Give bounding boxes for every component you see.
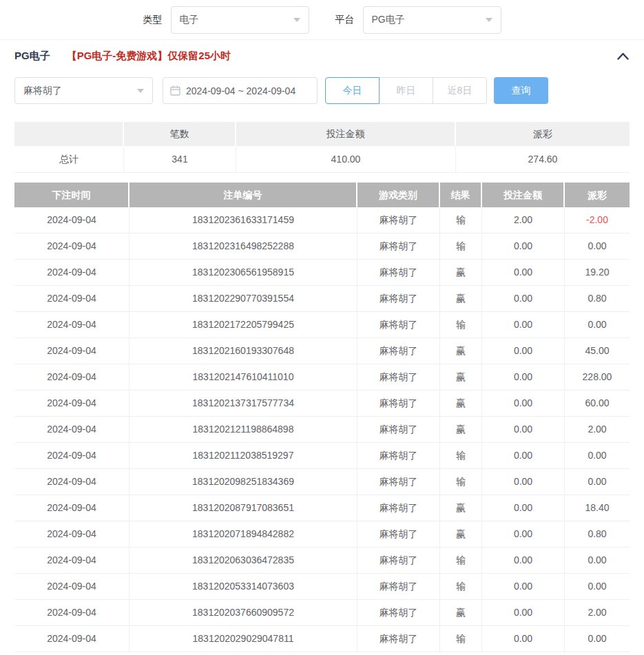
chevron-down-icon [486, 18, 492, 22]
records-header-bet-time: 下注时间 [14, 183, 129, 207]
last8days-button[interactable]: 近8日 [433, 77, 487, 104]
table-row: 2024-09-041831202290770391554麻将胡了赢0.000.… [14, 286, 630, 312]
payout: 45.00 [565, 338, 630, 364]
result: 赢 [440, 600, 482, 626]
bet-time: 2024-09-04 [14, 443, 129, 469]
summary-header-payout: 派彩 [456, 122, 630, 146]
result: 赢 [440, 364, 482, 391]
records-header-game-type: 游戏类别 [357, 183, 440, 207]
result: 输 [440, 312, 482, 338]
payout: 0.00 [565, 233, 630, 260]
game-type: 麻将胡了 [357, 364, 440, 391]
type-select[interactable]: 电子 [171, 6, 309, 34]
bet-id: 1831202087917083651 [129, 495, 357, 521]
summary-header-row: 笔数 投注金额 派彩 [14, 122, 630, 146]
game-type: 麻将胡了 [357, 443, 440, 469]
payout: 18.40 [565, 495, 630, 521]
result: 赢 [440, 338, 482, 364]
platform-select[interactable]: PG电子 [363, 6, 501, 34]
query-filter-row: 麻将胡了 2024-09-04 ~ 2024-09-04 今日 昨日 近8日 查… [14, 77, 630, 104]
table-row: 2024-09-041831202071894842882麻将胡了赢0.000.… [14, 521, 630, 548]
summary-total-bet-amount: 410.00 [236, 146, 456, 173]
payout: 0.00 [565, 574, 630, 600]
bet-id: 1831202037660909572 [129, 600, 357, 626]
bet-amount: 0.00 [482, 338, 565, 364]
query-button[interactable]: 查询 [494, 77, 548, 104]
game-type: 麻将胡了 [357, 574, 440, 600]
summary-header-bet-amount: 投注金额 [236, 122, 456, 146]
platform-select-value: PG电子 [372, 14, 405, 26]
yesterday-button[interactable]: 昨日 [379, 77, 433, 104]
panel-title: PG电子 [14, 50, 50, 63]
bet-amount: 0.00 [482, 574, 565, 600]
quick-date-button-group: 今日 昨日 近8日 [325, 77, 487, 104]
game-type: 麻将胡了 [357, 207, 440, 233]
pg-panel: PG电子 【PG电子-免费游戏】仅保留25小时 麻将胡了 2024-09-04 … [0, 43, 644, 652]
game-type: 麻将胡了 [357, 286, 440, 312]
panel-notice: 【PG电子-免费游戏】仅保留25小时 [67, 50, 231, 63]
summary-total-payout: 274.60 [456, 146, 630, 173]
payout: 60.00 [565, 391, 630, 417]
bet-time: 2024-09-04 [14, 495, 129, 521]
bet-id: 1831202306561958915 [129, 260, 357, 286]
bet-amount: 0.00 [482, 233, 565, 260]
game-select[interactable]: 麻将胡了 [14, 77, 153, 104]
result: 赢 [440, 495, 482, 521]
bet-time: 2024-09-04 [14, 469, 129, 495]
bet-time: 2024-09-04 [14, 600, 129, 626]
table-row: 2024-09-041831202098251834369麻将胡了输0.000.… [14, 469, 630, 495]
bet-amount: 0.00 [482, 548, 565, 574]
records-table-body: 2024-09-041831202361633171459麻将胡了输2.00-2… [14, 207, 630, 652]
payout: 0.00 [565, 469, 630, 495]
game-type: 麻将胡了 [357, 312, 440, 338]
game-type: 麻将胡了 [357, 548, 440, 574]
bet-time: 2024-09-04 [14, 417, 129, 443]
bet-time: 2024-09-04 [14, 521, 129, 548]
result: 赢 [440, 521, 482, 548]
table-row: 2024-09-041831202121198864898麻将胡了赢0.002.… [14, 417, 630, 443]
bet-amount: 0.00 [482, 417, 565, 443]
collapse-button[interactable] [616, 52, 630, 61]
bet-time: 2024-09-04 [14, 312, 129, 338]
summary-header-blank [14, 122, 124, 146]
game-type: 麻将胡了 [357, 338, 440, 364]
table-row: 2024-09-041831202037660909572麻将胡了赢0.002.… [14, 600, 630, 626]
payout: -2.00 [565, 207, 630, 233]
game-type: 麻将胡了 [357, 469, 440, 495]
result: 赢 [440, 417, 482, 443]
bet-time: 2024-09-04 [14, 338, 129, 364]
bet-amount: 0.00 [482, 495, 565, 521]
result: 赢 [440, 260, 482, 286]
summary-header-count: 笔数 [124, 122, 236, 146]
result: 输 [440, 233, 482, 260]
table-row: 2024-09-041831202087917083651麻将胡了赢0.0018… [14, 495, 630, 521]
payout: 0.00 [565, 312, 630, 338]
bet-amount: 0.00 [482, 260, 565, 286]
result: 输 [440, 574, 482, 600]
bet-id: 1831202361633171459 [129, 207, 357, 233]
result: 输 [440, 626, 482, 652]
payout: 0.80 [565, 286, 630, 312]
payout: 0.00 [565, 626, 630, 652]
type-label: 类型 [143, 14, 163, 26]
game-type: 麻将胡了 [357, 417, 440, 443]
today-button[interactable]: 今日 [325, 77, 380, 104]
result: 输 [440, 548, 482, 574]
bet-amount: 0.00 [482, 469, 565, 495]
bet-id: 1831202316498252288 [129, 233, 357, 260]
bet-id: 1831202121198864898 [129, 417, 357, 443]
bet-time: 2024-09-04 [14, 233, 129, 260]
payout: 0.00 [565, 443, 630, 469]
bet-id: 1831202029029047811 [129, 626, 357, 652]
date-range-input[interactable]: 2024-09-04 ~ 2024-09-04 [163, 77, 318, 104]
result: 赢 [440, 286, 482, 312]
payout: 2.00 [565, 417, 630, 443]
bet-amount: 2.00 [482, 207, 565, 233]
bet-id: 1831202112038519297 [129, 443, 357, 469]
game-type: 麻将胡了 [357, 233, 440, 260]
top-filter-bar: 类型 电子 平台 PG电子 [0, 0, 644, 40]
bet-amount: 0.00 [482, 443, 565, 469]
records-header-bet-id: 注单编号 [129, 183, 357, 207]
bet-id: 1831202098251834369 [129, 469, 357, 495]
summary-total-label: 总计 [14, 146, 124, 173]
